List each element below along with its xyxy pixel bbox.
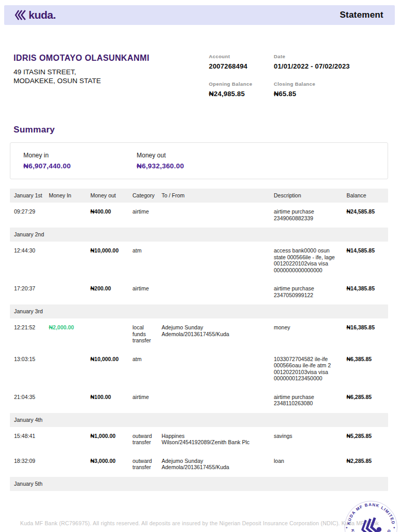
table-row: 21:04:35₦100.00airtimeairtime purchase 2… [10, 388, 388, 413]
closing-balance-value: ₦65.85 [274, 90, 350, 98]
cell-money-out: ₦200.00 [90, 285, 132, 298]
date-band-label: January 4th [14, 417, 384, 423]
opening-balance-label: Opening Balance [209, 81, 274, 87]
table-row: 13:03:15₦10,000.00atm1033072704582 ile-i… [10, 350, 388, 388]
cell-to-from [162, 208, 274, 221]
cell-balance: ₦2,285.85 [347, 458, 384, 471]
cell-to-from [162, 247, 274, 273]
cell-time: 17:20:37 [14, 285, 49, 298]
money-in-label: Money in [23, 152, 137, 159]
cell-balance: ₦16,385.85 [347, 324, 384, 344]
cell-balance: ₦14,385.85 [347, 285, 384, 298]
date-label: Date [274, 54, 350, 59]
kuda-k-icon [15, 9, 26, 21]
account-meta-grid: Account 2007268494 Date 01/01/2022 - 07/… [209, 54, 350, 98]
seal-text-top: KUDA MF BANK LIMITED [346, 502, 395, 525]
column-header: Money out [90, 192, 132, 199]
closing-balance-label: Closing Balance [274, 81, 350, 87]
money-out-label: Money out [137, 152, 388, 159]
account-holder-name: IDRIS OMOTAYO OLASUNKANMI [14, 54, 209, 63]
cell-balance: ₦6,285.85 [347, 394, 384, 407]
kuda-logo: kuda. [15, 9, 56, 21]
cell-to-from [162, 356, 274, 382]
money-in-value: ₦6,907,440.00 [23, 162, 137, 170]
seal-star-left: ✦ [345, 525, 349, 529]
column-header: Category [132, 192, 162, 199]
cell-category: airtime [132, 394, 162, 407]
date-band: January 3rd [10, 304, 388, 318]
summary-title: Summary [14, 125, 399, 135]
cell-money-in: ₦2,000.00 [49, 324, 90, 344]
closing-balance-field: Closing Balance ₦65.85 [274, 81, 350, 98]
account-holder-address: 49 ITASIN STREET, MODAKEKE, OSUN STATE [14, 68, 209, 85]
table-row: 09:27:29₦400.00airtimeairtime purchase 2… [10, 203, 388, 228]
seal-k-icon [360, 516, 382, 532]
transactions-table: January 1stMoney InMoney outCategoryTo /… [10, 189, 388, 491]
cell-category: atm [132, 247, 162, 273]
cell-to-from: Adejumo Sunday Ademola/2013617455/Kuda [162, 324, 274, 344]
opening-balance-field: Opening Balance ₦24,985.85 [209, 81, 274, 98]
cell-description: money [274, 324, 347, 344]
cell-description: access bank0000 osun state 000566ile - i… [274, 247, 347, 273]
table-row: 12:21:52₦2,000.00local funds transferAde… [10, 318, 388, 350]
seal-star-right: ✦ [393, 525, 396, 529]
column-header: Balance [347, 192, 384, 199]
cell-category: atm [132, 356, 162, 382]
cell-money-out: ₦100.00 [90, 394, 132, 407]
cell-balance: ₦6,385.85 [347, 356, 384, 382]
cell-time: 09:27:29 [14, 208, 49, 221]
cell-category: outward transfer [132, 458, 162, 471]
table-row: 12:44:30₦10,000.00atmaccess bank0000 osu… [10, 242, 388, 280]
date-band: January 1stMoney InMoney outCategoryTo /… [10, 189, 388, 203]
legal-text: Kuda MF Bank (RC796975). All rights rese… [0, 504, 399, 532]
date-band-label: January 1st [14, 192, 49, 199]
table-row: 18:32:09₦3,000.00outward transferAdejumo… [10, 452, 388, 477]
cell-description: savings [274, 433, 347, 446]
bank-seal: KUDA MF BANK LIMITED KUDA MF BANK LIMITE… [344, 500, 398, 532]
cell-to-from: Adejumo Sunday Ademola/2013617455/Kuda [162, 458, 274, 471]
date-range-field: Date 01/01/2022 - 07/02/2023 [274, 54, 350, 70]
cell-to-from [162, 285, 274, 298]
cell-money-out: ₦10,000.00 [90, 356, 132, 382]
cell-money-out: ₦10,000.00 [90, 247, 132, 273]
address-line-2: MODAKEKE, OSUN STATE [14, 76, 209, 85]
cell-time: 13:03:15 [14, 356, 49, 382]
legal-line-2: is licensed by the Central Bank of Niger… [0, 529, 399, 532]
date-band-label: January 5th [14, 481, 384, 487]
cell-money-in [49, 356, 90, 382]
account-number: 2007268494 [209, 62, 274, 70]
cell-money-in [49, 394, 90, 407]
money-out-field: Money out ₦6,932,360.00 [137, 152, 388, 170]
cell-category: outward transfer [132, 433, 162, 446]
cell-money-out: ₦1,000.00 [90, 433, 132, 446]
cell-balance: ₦5,285.85 [347, 433, 384, 446]
cell-money-in [49, 433, 90, 446]
header-bar: kuda. Statement [4, 5, 395, 25]
cell-to-from [162, 394, 274, 407]
date-range: 01/01/2022 - 07/02/2023 [274, 62, 350, 70]
cell-description: airtime purchase 2347050999122 [274, 285, 347, 298]
cell-money-out [90, 324, 132, 344]
cell-description: airtime purchase 2348110263080 [274, 394, 347, 407]
date-band: January 4th [10, 413, 388, 427]
cell-money-out: ₦400.00 [90, 208, 132, 221]
column-header: To / From [162, 192, 274, 199]
address-line-1: 49 ITASIN STREET, [14, 68, 209, 76]
cell-money-in [49, 458, 90, 471]
cell-money-out: ₦3,000.00 [90, 458, 132, 471]
legal-line-1: Kuda MF Bank (RC796975). All rights rese… [0, 517, 399, 529]
cell-category: airtime [132, 285, 162, 298]
date-band-label: January 2nd [14, 231, 384, 238]
cell-category: airtime [132, 208, 162, 221]
account-label: Account [209, 54, 274, 59]
cell-description: airtime purchase 2349060882339 [274, 208, 347, 221]
date-band: January 5th [10, 477, 388, 491]
cell-description: 1033072704582 ile-ife 000566oau ile-ife … [274, 356, 347, 382]
account-number-field: Account 2007268494 [209, 54, 274, 70]
cell-money-in [49, 285, 90, 298]
cell-description: loan [274, 458, 347, 471]
footer: Kuda MF Bank (RC796975). All rights rese… [0, 504, 399, 532]
cell-money-in [49, 247, 90, 273]
column-header: Money In [49, 192, 90, 199]
money-in-field: Money in ₦6,907,440.00 [23, 152, 137, 170]
